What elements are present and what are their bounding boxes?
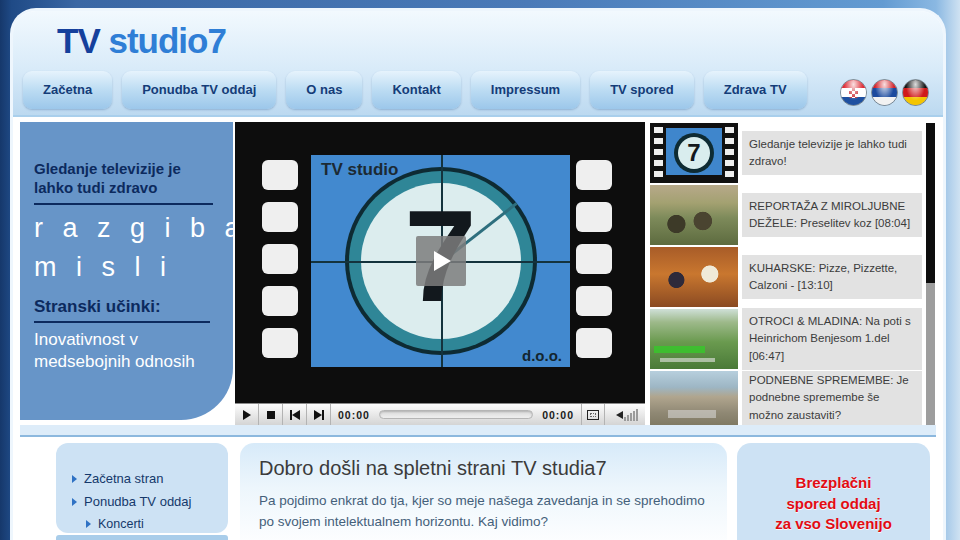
filmstrip-square — [262, 202, 298, 232]
playlist-item-title: PODNEBNE SPREMEMBE: Je podnebne sprememb… — [742, 371, 922, 425]
climate-coast-thumbnail — [650, 371, 738, 425]
playlist-scrollbar[interactable] — [926, 123, 935, 425]
playlist-item[interactable]: 7 Gledanje televizije je lahko tudi zdra… — [650, 123, 936, 183]
filmstrip-square — [576, 328, 612, 358]
goats-report-thumbnail — [650, 185, 738, 245]
fullscreen-button[interactable] — [581, 404, 605, 426]
playlist-item-title: Gledanje televizije je lahko tudi zdravo… — [742, 131, 922, 176]
youth-outdoors-thumbnail — [650, 309, 738, 369]
welcome-paragraph: Pa pojdimo enkrat do tja, kjer so meje n… — [259, 491, 708, 533]
arrow-bullet-icon — [86, 520, 91, 528]
play-icon — [243, 410, 251, 420]
site-header: TV studio7 Začetna Ponudba TV oddaj O na… — [13, 11, 943, 117]
video-screen[interactable]: 7 TV studio d.o.o. — [235, 122, 645, 403]
serbian-flag-icon[interactable] — [871, 79, 898, 106]
promo-heading: Gledanje televizije je lahko tudi zdravo — [34, 160, 213, 205]
filmstrip-square — [262, 328, 298, 358]
sidebar-item-zacetna-stran[interactable]: Začetna stran — [56, 467, 228, 490]
countdown-panel: 7 TV studio d.o.o. — [311, 155, 570, 367]
video-suffix-text: d.o.o. — [522, 347, 562, 364]
playlist-scrollbar-thumb[interactable] — [926, 123, 935, 283]
page-container: TV studio7 Začetna Ponudba TV oddaj O na… — [10, 8, 946, 540]
language-switcher — [840, 79, 929, 106]
sidebar-menu-next-section — [56, 535, 228, 540]
seek-bar[interactable] — [379, 410, 533, 419]
tab-zacetna[interactable]: Začetna — [23, 71, 112, 109]
play-icon — [434, 251, 451, 271]
filmstrip-square — [576, 286, 612, 316]
fullscreen-icon — [587, 410, 599, 420]
playlist-item[interactable]: OTROCI & MLADINA: Na poti s Heinrichom B… — [650, 309, 936, 369]
filmstrip-square — [576, 160, 612, 190]
sidebar-item-koncerti[interactable]: Koncerti — [56, 513, 228, 535]
filmstrip-square — [262, 286, 298, 316]
welcome-section: Dobro došli na spletni strani TV studia7… — [240, 443, 727, 540]
playlist-item-title: REPORTAŽA Z MIROLJUBNE DEŽELE: Preselite… — [742, 193, 922, 238]
stop-button[interactable] — [259, 404, 283, 426]
playlist-item[interactable]: REPORTAŽA Z MIROLJUBNE DEŽELE: Preselite… — [650, 185, 936, 245]
section-divider — [20, 425, 936, 437]
filmstrip-square — [576, 244, 612, 274]
promo-big-text-1: r a z g i b a — [34, 213, 217, 244]
promo-panel: Gledanje televizije je lahko tudi zdravo… — [20, 122, 233, 420]
cooking-show-thumbnail — [650, 247, 738, 307]
next-icon — [314, 410, 322, 420]
sidebar-menu: Začetna stran Ponudba TV oddaj Koncerti — [56, 443, 228, 533]
playlist-item-title: KUHARSKE: Pizze, Pizzette, Calzoni - [13… — [742, 255, 922, 300]
croatian-flag-icon[interactable] — [840, 79, 867, 106]
promo-subheading: Stranski učinki: — [34, 297, 210, 323]
site-logo[interactable]: TV studio7 — [57, 21, 226, 61]
playlist-item[interactable]: PODNEBNE SPREMEMBE: Je podnebne sprememb… — [650, 371, 936, 425]
free-schedule-promo: Brezplačni spored oddaj za vso Slovenijo… — [737, 443, 930, 540]
play-overlay-button[interactable] — [416, 236, 466, 286]
arrow-bullet-icon — [72, 475, 77, 483]
filmstrip-square — [576, 202, 612, 232]
volume-icon — [616, 409, 638, 421]
next-button[interactable] — [307, 404, 331, 426]
main-navigation: Začetna Ponudba TV oddaj O nas Kontakt I… — [23, 71, 807, 109]
tab-kontakt[interactable]: Kontakt — [372, 71, 460, 109]
elapsed-time: 00:00 — [338, 409, 370, 421]
german-flag-icon[interactable] — [902, 79, 929, 106]
promo-body-text: Inovativnost v medsebojnih odnosih — [34, 329, 217, 373]
promo-big-text-2: m i s l i — [34, 252, 217, 283]
player-controls: 00:00 00:00 — [235, 403, 645, 425]
sidebar-item-ponudba-tv-oddaj[interactable]: Ponudba TV oddaj — [56, 490, 228, 513]
previous-button[interactable] — [283, 404, 307, 426]
total-time: 00:00 — [542, 409, 574, 421]
playlist-item-title: OTROCI & MLADINA: Na poti s Heinrichom B… — [742, 308, 922, 370]
video-brand-text: TV studio — [321, 160, 398, 180]
tvstudio7-logo-thumbnail: 7 — [650, 123, 738, 183]
tab-zdrava-tv[interactable]: Zdrava TV — [704, 71, 807, 109]
video-player: 7 TV studio d.o.o. 00:00 00:00 — [235, 122, 645, 425]
logo-part-studio7: studio7 — [108, 21, 225, 60]
promo-red-text: Brezplačni spored oddaj za vso Slovenijo — [737, 473, 930, 535]
stop-icon — [267, 411, 275, 419]
filmstrip-square — [262, 244, 298, 274]
filmstrip-square — [262, 160, 298, 190]
arrow-bullet-icon — [72, 498, 77, 506]
tab-impressum[interactable]: Impressum — [471, 71, 580, 109]
play-button[interactable] — [235, 404, 259, 426]
website-screenshot: TV studio7 Začetna Ponudba TV oddaj O na… — [0, 0, 960, 540]
tab-tv-spored[interactable]: TV spored — [590, 71, 694, 109]
tab-o-nas[interactable]: O nas — [286, 71, 362, 109]
logo-part-tv: TV — [57, 21, 100, 60]
playlist-item[interactable]: KUHARSKE: Pizze, Pizzette, Calzoni - [13… — [650, 247, 936, 307]
page-title: Dobro došli na spletni strani TV studia7 — [259, 457, 708, 480]
volume-button[interactable] — [605, 404, 645, 426]
tab-ponudba-tv-oddaj[interactable]: Ponudba TV oddaj — [122, 71, 276, 109]
